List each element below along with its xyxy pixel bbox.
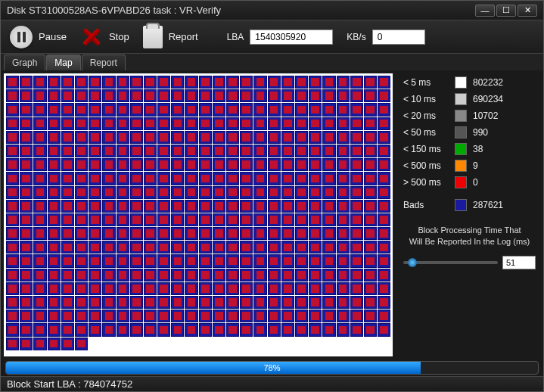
block-cell <box>337 158 350 171</box>
lba-label: LBA <box>227 32 244 42</box>
block-cell <box>48 172 61 185</box>
block-cell <box>48 213 61 226</box>
block-cell <box>61 254 74 267</box>
block-cell <box>157 254 170 267</box>
tab-report[interactable]: Report <box>82 54 126 70</box>
block-cell <box>157 145 170 157</box>
block-cell <box>253 117 266 130</box>
block-cell <box>102 103 115 116</box>
block-cell <box>337 227 350 240</box>
legend-swatch <box>455 126 467 138</box>
block-cell <box>33 200 46 213</box>
block-cell <box>213 103 225 116</box>
block-cell <box>48 241 61 254</box>
block-cell <box>75 131 88 144</box>
kbs-input[interactable] <box>372 30 425 45</box>
block-cell <box>378 296 390 309</box>
block-cell <box>240 282 253 295</box>
tab-map[interactable]: Map <box>46 54 80 70</box>
block-cell <box>309 117 322 130</box>
block-cell <box>199 89 212 102</box>
block-cell <box>240 310 253 322</box>
block-cell <box>33 186 46 199</box>
block-cell <box>20 131 33 144</box>
block-cell <box>337 89 350 102</box>
block-cell <box>48 145 61 157</box>
block-cell <box>144 323 157 336</box>
block-cell <box>20 254 33 267</box>
block-cell <box>281 172 294 185</box>
block-cell <box>6 282 19 295</box>
block-cell <box>253 89 266 102</box>
block-cell <box>378 117 390 130</box>
block-cell <box>33 269 46 282</box>
block-cell <box>295 254 308 267</box>
block-cell <box>130 254 143 267</box>
block-cell <box>226 145 239 157</box>
block-cell <box>130 200 143 213</box>
block-cell <box>364 76 377 89</box>
block-cell <box>337 131 350 144</box>
block-cell <box>157 241 170 254</box>
log-threshold-slider[interactable] <box>403 261 498 264</box>
block-cell <box>295 282 308 295</box>
block-cell <box>75 310 88 322</box>
block-cell <box>350 254 363 267</box>
block-cell <box>48 117 61 130</box>
block-cell <box>253 282 266 295</box>
block-cell <box>253 76 266 89</box>
block-cell <box>364 89 377 102</box>
block-cell <box>378 89 390 102</box>
minimize-button[interactable]: — <box>475 5 495 17</box>
block-cell <box>6 323 19 336</box>
block-cell <box>185 186 197 199</box>
block-cell <box>309 269 322 282</box>
block-cell <box>102 269 115 282</box>
block-cell <box>309 282 322 295</box>
pause-button[interactable]: Pause <box>10 26 67 48</box>
block-cell <box>130 103 143 116</box>
block-cell <box>378 76 390 89</box>
lba-input[interactable] <box>250 30 333 45</box>
block-cell <box>226 323 239 336</box>
block-cell <box>89 145 101 157</box>
block-cell <box>364 254 377 267</box>
block-cell <box>213 89 225 102</box>
block-cell <box>157 227 170 240</box>
block-cell <box>75 227 88 240</box>
block-cell <box>337 241 350 254</box>
block-cell <box>75 282 88 295</box>
block-cell <box>309 145 322 157</box>
block-cell <box>61 158 74 171</box>
tab-graph[interactable]: Graph <box>4 54 45 70</box>
block-cell <box>171 254 184 267</box>
block-cell <box>295 269 308 282</box>
block-cell <box>6 158 19 171</box>
block-cell <box>322 103 335 116</box>
block-cell <box>75 76 88 89</box>
block-cell <box>364 200 377 213</box>
legend-count: 9 <box>473 160 478 171</box>
block-cell <box>157 76 170 89</box>
block-cell <box>295 103 308 116</box>
block-cell <box>240 117 253 130</box>
block-cell <box>199 213 212 226</box>
report-button[interactable]: Report <box>143 26 198 48</box>
block-cell <box>75 145 88 157</box>
block-cell <box>6 310 19 322</box>
block-cell <box>378 282 390 295</box>
block-cell <box>226 296 239 309</box>
block-cell <box>61 227 74 240</box>
block-cell <box>281 282 294 295</box>
maximize-button[interactable]: ☐ <box>496 5 516 17</box>
window-title: Disk ST31000528AS-6VPABD26 task : VR-Ver… <box>7 5 475 16</box>
block-cell <box>185 145 197 157</box>
block-cell <box>117 296 129 309</box>
block-cell <box>89 227 101 240</box>
block-cell <box>253 310 266 322</box>
block-cell <box>253 227 266 240</box>
close-button[interactable]: ✕ <box>518 5 537 17</box>
log-threshold-input[interactable] <box>502 256 536 269</box>
stop-button[interactable]: Stop <box>80 26 129 48</box>
block-cell <box>322 269 335 282</box>
